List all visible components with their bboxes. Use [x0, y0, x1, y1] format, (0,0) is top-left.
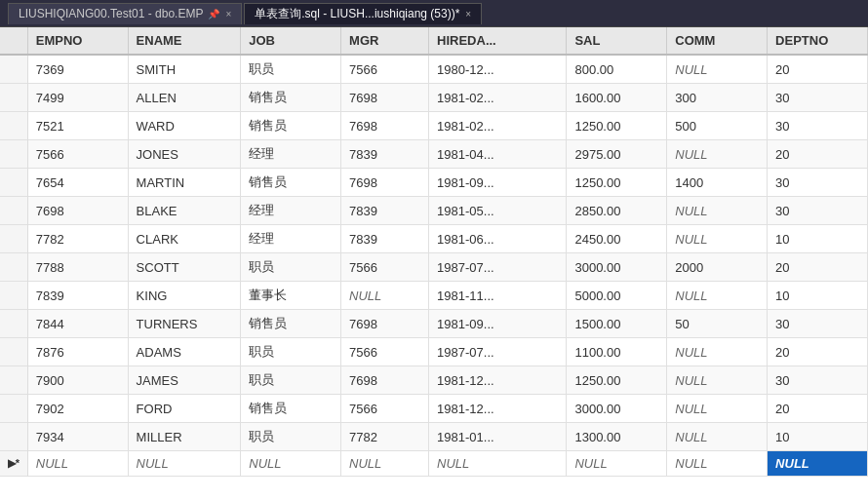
table-cell[interactable]: 职员	[241, 253, 341, 282]
table-cell[interactable]: 7876	[27, 338, 128, 366]
header-empno[interactable]: EMPNO	[27, 27, 128, 55]
table-cell[interactable]: 7698	[341, 84, 429, 112]
header-job[interactable]: JOB	[241, 27, 341, 55]
table-cell[interactable]: 7566	[341, 253, 429, 282]
table-row[interactable]: 7876ADAMS职员75661987-07...1100.00NULL20	[0, 338, 868, 366]
table-cell[interactable]: 7499	[27, 84, 128, 112]
table-cell[interactable]: 1250.00	[567, 366, 667, 395]
table-cell[interactable]: NULL	[667, 140, 768, 169]
header-comm[interactable]: COMM	[667, 27, 768, 55]
table-cell[interactable]: NULL	[27, 451, 128, 477]
table-row[interactable]: 7902FORD销售员75661981-12...3000.00NULL20	[0, 395, 868, 423]
table-cell[interactable]: 20	[768, 253, 868, 282]
table-row[interactable]: 7521WARD销售员76981981-02...1250.0050030	[0, 112, 868, 140]
table-cell[interactable]: NULL	[667, 338, 768, 366]
tab-emp-table[interactable]: LIUSHIQIANG00.Test01 - dbo.EMP 📌 ×	[8, 3, 242, 24]
table-row[interactable]: 7782CLARK经理78391981-06...2450.00NULL10	[0, 225, 868, 253]
table-row[interactable]: 7369SMITH职员75661980-12...800.00NULL20	[0, 55, 868, 84]
table-row[interactable]: 7499ALLEN销售员76981981-02...1600.0030030	[0, 84, 868, 112]
table-cell[interactable]: 7839	[341, 140, 429, 169]
table-row[interactable]: 7654MARTIN销售员76981981-09...1250.00140030	[0, 169, 868, 197]
table-row[interactable]: 7839KING董事长NULL1981-11...5000.00NULL10	[0, 282, 868, 310]
table-cell[interactable]: NULL	[667, 423, 768, 451]
table-cell[interactable]: JONES	[128, 140, 241, 169]
table-cell[interactable]: 1980-12...	[429, 55, 567, 84]
table-cell[interactable]: 7566	[27, 140, 128, 169]
table-cell[interactable]: 销售员	[241, 310, 341, 338]
table-cell[interactable]: 500	[667, 112, 768, 140]
table-cell[interactable]: 2000	[667, 253, 768, 282]
table-cell[interactable]: 1987-07...	[429, 253, 567, 282]
table-cell[interactable]: NULL	[667, 225, 768, 253]
table-cell[interactable]: 800.00	[567, 55, 667, 84]
table-cell[interactable]: 1981-06...	[429, 225, 567, 253]
table-cell[interactable]: 10	[768, 423, 868, 451]
tab-emp-close[interactable]: ×	[225, 9, 231, 19]
header-ename[interactable]: ENAME	[128, 27, 241, 55]
table-cell[interactable]: 7902	[27, 395, 128, 423]
table-cell[interactable]: 1981-05...	[429, 197, 567, 225]
table-cell[interactable]: 销售员	[241, 84, 341, 112]
table-cell[interactable]: 2850.00	[567, 197, 667, 225]
table-row[interactable]: 7900JAMES职员76981981-12...1250.00NULL30	[0, 366, 868, 395]
table-cell[interactable]: 经理	[241, 140, 341, 169]
table-row[interactable]: 7698BLAKE经理78391981-05...2850.00NULL30	[0, 197, 868, 225]
table-cell[interactable]: 7788	[27, 253, 128, 282]
table-cell[interactable]: 20	[768, 55, 868, 84]
tab-sql-query[interactable]: 单表查询.sql - LIUSH...iushiqiang (53))* ×	[244, 3, 482, 24]
table-cell[interactable]: 董事长	[241, 282, 341, 310]
table-cell[interactable]: 7698	[341, 310, 429, 338]
header-mgr[interactable]: MGR	[341, 27, 429, 55]
table-cell[interactable]: 1400	[667, 169, 768, 197]
table-cell[interactable]: 7698	[341, 112, 429, 140]
table-cell[interactable]: NULL	[128, 451, 241, 477]
table-cell[interactable]: 经理	[241, 225, 341, 253]
table-cell[interactable]: 1981-02...	[429, 112, 567, 140]
table-cell[interactable]: 300	[667, 84, 768, 112]
table-cell[interactable]: 3000.00	[567, 395, 667, 423]
table-cell[interactable]: NULL	[429, 451, 567, 477]
table-cell[interactable]: 2450.00	[567, 225, 667, 253]
table-cell[interactable]: 职员	[241, 338, 341, 366]
table-cell[interactable]: 7566	[341, 338, 429, 366]
table-cell[interactable]: CLARK	[128, 225, 241, 253]
table-cell[interactable]: KING	[128, 282, 241, 310]
table-cell[interactable]: NULL	[241, 451, 341, 477]
table-cell[interactable]: 1981-12...	[429, 395, 567, 423]
table-cell[interactable]: NULL	[667, 366, 768, 395]
table-cell[interactable]: 2975.00	[567, 140, 667, 169]
table-cell[interactable]: 1981-04...	[429, 140, 567, 169]
table-cell[interactable]: 50	[667, 310, 768, 338]
table-cell[interactable]: 7839	[341, 197, 429, 225]
table-cell[interactable]: NULL	[667, 55, 768, 84]
table-row[interactable]: 7566JONES经理78391981-04...2975.00NULL20	[0, 140, 868, 169]
table-cell[interactable]: 7566	[341, 395, 429, 423]
table-cell[interactable]: 7782	[27, 225, 128, 253]
table-cell[interactable]: 7566	[341, 55, 429, 84]
table-cell[interactable]: 1250.00	[567, 112, 667, 140]
table-cell[interactable]: 1600.00	[567, 84, 667, 112]
table-row[interactable]: 7934MILLER职员77821981-01...1300.00NULL10	[0, 423, 868, 451]
table-cell[interactable]: 7698	[341, 169, 429, 197]
header-hiredate[interactable]: HIREDA...	[429, 27, 567, 55]
table-cell[interactable]: 7839	[341, 225, 429, 253]
table-cell[interactable]: 7900	[27, 366, 128, 395]
table-cell[interactable]: 7369	[27, 55, 128, 84]
table-cell[interactable]: NULL	[667, 395, 768, 423]
table-cell[interactable]: FORD	[128, 395, 241, 423]
table-cell[interactable]: NULL	[341, 451, 429, 477]
table-container[interactable]: EMPNO ENAME JOB MGR HIREDA... SAL COMM D…	[0, 27, 868, 500]
table-cell[interactable]: 1981-11...	[429, 282, 567, 310]
table-cell[interactable]: 7698	[27, 197, 128, 225]
header-sal[interactable]: SAL	[567, 27, 667, 55]
table-cell[interactable]: 20	[768, 140, 868, 169]
table-cell[interactable]: 3000.00	[567, 253, 667, 282]
table-cell[interactable]: MARTIN	[128, 169, 241, 197]
table-cell[interactable]: NULL	[567, 451, 667, 477]
table-cell[interactable]: 10	[768, 225, 868, 253]
table-cell[interactable]: 5000.00	[567, 282, 667, 310]
table-cell[interactable]: NULL	[768, 451, 868, 477]
table-cell[interactable]: JAMES	[128, 366, 241, 395]
table-cell[interactable]: 1100.00	[567, 338, 667, 366]
table-cell[interactable]: 7934	[27, 423, 128, 451]
